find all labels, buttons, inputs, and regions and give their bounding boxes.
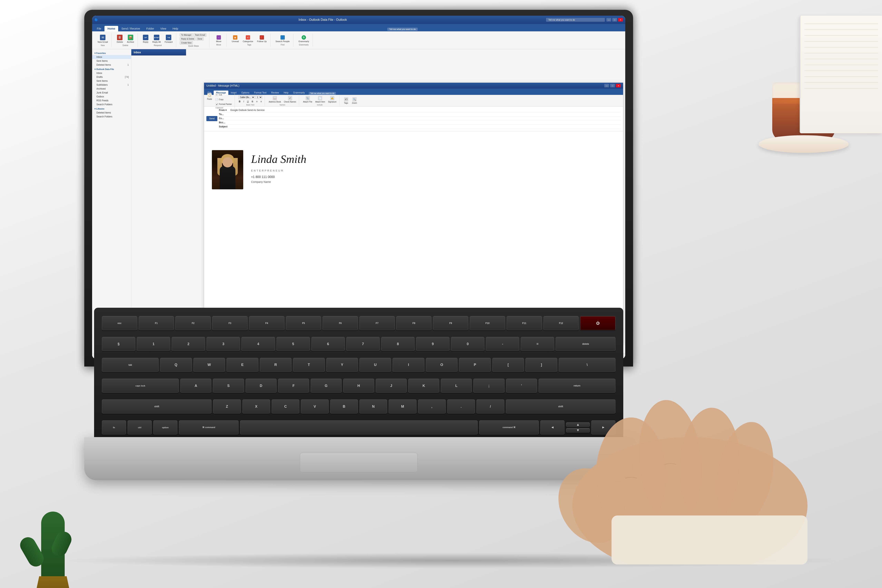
compose-maximize[interactable]: □ (610, 84, 615, 87)
grammarly-button[interactable]: G Grammarly (297, 34, 310, 44)
cut-button[interactable]: ✂ Cut (214, 93, 233, 97)
create-new-button[interactable]: Create New (180, 41, 193, 45)
key-f6[interactable]: F6 (322, 316, 358, 330)
key-cmd-left[interactable]: ⌘ command (179, 420, 238, 435)
key-w[interactable]: W (194, 358, 225, 372)
laptop-trackpad[interactable] (300, 453, 417, 472)
key-slash[interactable]: / (477, 399, 504, 414)
key-power[interactable]: ⏻ (580, 316, 615, 330)
tab-file[interactable]: File (94, 26, 105, 32)
subject-input[interactable] (230, 125, 621, 128)
ribbon-search[interactable]: Tell me what you want to do (387, 28, 418, 31)
key-5[interactable]: 5 (276, 337, 310, 351)
key-l[interactable]: L (441, 379, 472, 393)
compose-close[interactable]: ✕ (616, 84, 621, 87)
key-s[interactable]: S (213, 379, 244, 393)
align-center-button[interactable]: ≡ (259, 100, 263, 104)
folder-junk[interactable]: Junk Email (92, 91, 131, 94)
tab-help[interactable]: Help (170, 26, 181, 32)
compose-tab-options[interactable]: Options (239, 90, 252, 95)
key-x[interactable]: X (243, 399, 270, 414)
key-1[interactable]: 1 (137, 337, 170, 351)
compose-tab-grammarly[interactable]: Grammarly (291, 90, 307, 95)
team-email-button[interactable]: Team Email (194, 33, 206, 37)
key-tab[interactable]: tab (102, 358, 159, 372)
search-people-button[interactable]: 👤 Search People (274, 34, 291, 44)
key-o[interactable]: O (426, 358, 458, 372)
key-k[interactable]: K (408, 379, 439, 393)
favorites-header[interactable]: ▾ Favorites (92, 51, 131, 55)
key-return[interactable]: return (538, 379, 615, 393)
key-arrow-down[interactable]: ▼ (566, 428, 590, 433)
key-comma[interactable]: , (418, 399, 446, 414)
key-fn[interactable]: fn (102, 420, 126, 435)
italic-button[interactable]: I (242, 100, 245, 104)
key-equals[interactable]: = (521, 337, 554, 351)
folder-search[interactable]: Search Folders (92, 102, 131, 106)
copy-button[interactable]: 📄 Copy (214, 98, 233, 102)
key-t[interactable]: T (293, 358, 325, 372)
tags-button[interactable]: 🏷 Tags (342, 97, 350, 105)
key-rbracket[interactable]: ] (525, 358, 557, 372)
attach-item-button[interactable]: 📄 Attach Item (314, 96, 326, 104)
key-f7[interactable]: F7 (360, 316, 395, 330)
attach-file-button[interactable]: 📎 Attach File (302, 96, 314, 104)
key-arrow-left[interactable]: ◄ (540, 420, 564, 435)
to-manager-button[interactable]: To Manager (180, 33, 193, 37)
tab-send-receive[interactable]: Send / Receive (118, 26, 143, 32)
folder-lw-search[interactable]: Search Folders (92, 115, 131, 118)
key-f9[interactable]: F9 (433, 316, 468, 330)
key-8[interactable]: 8 (381, 337, 414, 351)
folder-lw-deleted[interactable]: Deleted Items (92, 111, 131, 115)
delete-button[interactable]: 🗑 Delete (115, 34, 124, 44)
compose-tab-review[interactable]: Review (269, 90, 281, 95)
key-r[interactable]: R (260, 358, 291, 372)
address-book-button[interactable]: 📖 Address Book (267, 96, 282, 104)
key-y[interactable]: Y (326, 358, 358, 372)
compose-minimize[interactable]: — (604, 84, 609, 87)
key-delete[interactable]: delete (556, 337, 615, 351)
lifewire-header[interactable]: ▾ Lifewire (92, 106, 131, 111)
key-f8[interactable]: F8 (396, 316, 432, 330)
underline-button[interactable]: U (246, 100, 250, 104)
tab-view[interactable]: View (157, 26, 170, 32)
bcc-input[interactable] (230, 121, 621, 124)
paste-button[interactable]: 📋 Paste (206, 93, 213, 106)
outlook-data-file-header[interactable]: ▾ Outlook Data File (92, 67, 131, 71)
key-arrow-up[interactable]: ▲ (566, 422, 590, 427)
key-7[interactable]: 7 (346, 337, 380, 351)
forward-button[interactable]: ↪ Forward (163, 34, 174, 44)
reply-all-button[interactable]: ↩↩ Reply All (151, 34, 162, 44)
key-ctrl[interactable]: ctrl (128, 420, 152, 435)
key-g[interactable]: G (310, 379, 342, 393)
key-3[interactable]: 3 (207, 337, 240, 351)
done-button[interactable]: Done (196, 37, 204, 40)
key-9[interactable]: 9 (416, 337, 449, 351)
font-select[interactable]: Calibri (Bo... (238, 96, 255, 99)
key-4[interactable]: 4 (242, 337, 275, 351)
signature-button[interactable]: ✍ Signature (327, 96, 338, 104)
folder-inbox[interactable]: Inbox (92, 55, 131, 59)
folder-archived[interactable]: Archived (92, 87, 131, 91)
search-bar[interactable]: Tell me what you want to do (546, 18, 605, 22)
cc-input[interactable] (230, 117, 621, 120)
compose-tab-format[interactable]: Format Text (252, 90, 269, 95)
key-minus[interactable]: - (486, 337, 519, 351)
key-esc[interactable]: esc (102, 316, 137, 330)
strikethrough-button[interactable]: S (250, 100, 254, 104)
folder-sent-items[interactable]: Sent Items (92, 79, 131, 83)
minimize-button[interactable]: — (606, 18, 611, 21)
zoom-button[interactable]: 🔍 Zoom (351, 97, 358, 105)
folder-deleted[interactable]: Deleted Items 1 (92, 63, 131, 67)
key-f2[interactable]: F2 (176, 316, 211, 330)
key-capslock[interactable]: caps lock (102, 379, 179, 393)
key-f3[interactable]: F3 (212, 316, 248, 330)
to-input[interactable] (230, 113, 621, 116)
folder-sent[interactable]: Sent Items (92, 59, 131, 63)
key-m[interactable]: M (388, 399, 416, 414)
key-semicolon[interactable]: ; (473, 379, 504, 393)
new-email-button[interactable]: ✉ New Email (96, 34, 110, 44)
key-quote[interactable]: ' (506, 379, 537, 393)
from-label[interactable]: From ▾ (219, 109, 229, 111)
key-backslash[interactable]: \ (559, 358, 615, 372)
